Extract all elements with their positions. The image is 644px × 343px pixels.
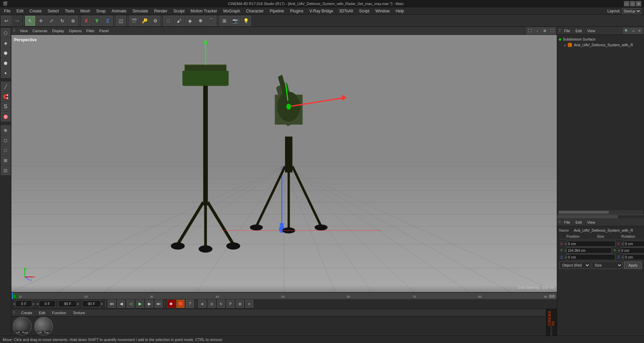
- go-start-button[interactable]: ⏮: [108, 300, 116, 308]
- menu-create[interactable]: Create: [27, 8, 44, 14]
- prev-frame-button[interactable]: ◀: [117, 300, 125, 308]
- pos-z-input[interactable]: [567, 254, 615, 260]
- polygon-button[interactable]: ◈: [1, 38, 10, 48]
- layout-dropdown[interactable]: Startup: [622, 8, 641, 14]
- object-manager-button[interactable]: ⬡: [1, 28, 10, 38]
- menu-help[interactable]: Help: [393, 8, 407, 14]
- reverse-play-button[interactable]: ◁: [126, 300, 135, 308]
- vp-layout-icon[interactable]: ⊞: [541, 27, 548, 34]
- size-y-input[interactable]: [620, 247, 644, 253]
- minimize-button[interactable]: —: [624, 1, 629, 6]
- scene-item-subdivision[interactable]: ◆ Subdivision Surface: [558, 36, 643, 42]
- menu-script[interactable]: Script: [356, 8, 372, 14]
- size-z-input[interactable]: [624, 254, 644, 260]
- light-button[interactable]: 💡: [241, 16, 251, 26]
- undo-button[interactable]: ↩: [1, 16, 11, 26]
- scene-scrollbar[interactable]: [558, 211, 643, 214]
- rp-menu-edit[interactable]: Edit: [574, 28, 584, 34]
- pos-x-input[interactable]: [567, 241, 615, 247]
- coord-mode-select[interactable]: Object (Rel) World: [559, 262, 590, 269]
- motion-btn5[interactable]: ⊞: [236, 300, 244, 308]
- x-axis-button[interactable]: X: [81, 16, 91, 26]
- menu-file[interactable]: File: [1, 8, 13, 14]
- material-thumb-2[interactable]: VR_Trac: [34, 317, 53, 336]
- size-z-dec[interactable]: ◂: [622, 255, 623, 259]
- rp-close-button[interactable]: ✕: [637, 28, 643, 34]
- maximize-button[interactable]: □: [630, 1, 635, 6]
- scale-tool-button[interactable]: ⤢: [47, 16, 57, 26]
- current-frame-input[interactable]: [15, 300, 32, 307]
- vp-move-icon[interactable]: ⛶: [527, 27, 533, 34]
- pos-z-dec[interactable]: ◂: [565, 255, 566, 259]
- vp-menu-view[interactable]: View: [18, 28, 30, 34]
- redo-button[interactable]: ↪: [12, 16, 22, 26]
- perspective-button[interactable]: □: [163, 16, 173, 26]
- y-axis-button[interactable]: Y: [92, 16, 102, 26]
- curve-button[interactable]: ⌒: [206, 16, 216, 26]
- mat-menu-create[interactable]: Create: [19, 310, 34, 316]
- magnet-button[interactable]: 🧲: [1, 92, 10, 101]
- close-button[interactable]: ✕: [636, 1, 641, 6]
- rp-filter-button[interactable]: ◁: [630, 28, 636, 34]
- motion-btn4[interactable]: P: [226, 300, 234, 308]
- edge-button[interactable]: ⬢: [1, 48, 10, 58]
- menu-select[interactable]: Select: [45, 8, 61, 14]
- vp-fullscreen-icon[interactable]: ⛶: [549, 27, 555, 34]
- anim-settings-button[interactable]: ⚙: [150, 16, 160, 26]
- menu-animate[interactable]: Animate: [109, 8, 129, 14]
- soft-sel-button[interactable]: 🎯: [1, 112, 10, 121]
- pos-y-dec[interactable]: ◂: [565, 249, 566, 252]
- rp-menu-file[interactable]: File: [562, 28, 572, 34]
- mat-menu-edit[interactable]: Edit: [37, 310, 47, 316]
- z-axis-button[interactable]: Z: [103, 16, 113, 26]
- pos-x-dec[interactable]: ◂: [565, 242, 566, 245]
- scene-item-antiuav[interactable]: ↙ Anti_UAV_Defence_System_with_R: [558, 42, 643, 48]
- vp-menu-cameras[interactable]: Cameras: [31, 28, 50, 34]
- frame-inc-btn[interactable]: ▸: [33, 302, 35, 305]
- mat-menu-function[interactable]: Function: [50, 310, 68, 316]
- pos-y-input[interactable]: [567, 247, 612, 253]
- menu-3dtoall[interactable]: 3DToAll: [336, 8, 356, 14]
- size-mode-select[interactable]: Size Scale: [592, 262, 623, 269]
- apply-button[interactable]: Apply: [624, 262, 642, 269]
- frame-dec-btn[interactable]: ◂: [13, 302, 15, 305]
- attr-menu-file[interactable]: File: [562, 220, 572, 225]
- start-dec-btn[interactable]: ◂: [36, 302, 39, 305]
- line-tool-button[interactable]: ╱: [1, 82, 10, 91]
- render-region-button[interactable]: □: [1, 146, 10, 155]
- move-tool-button[interactable]: ✛: [36, 16, 46, 26]
- vp-down-icon[interactable]: ↓: [534, 27, 541, 34]
- component-button[interactable]: ❋: [196, 16, 206, 26]
- menu-tools[interactable]: Tools: [62, 8, 77, 14]
- camera-button[interactable]: 📷: [230, 16, 240, 26]
- motion-btn2[interactable]: ⊡: [208, 300, 216, 308]
- timeline-ruler[interactable]: 0 10 20 30 40 50 60 70 80 90 0 F: [11, 292, 557, 299]
- record-button[interactable]: ⏺: [167, 300, 175, 308]
- motion-btn6[interactable]: ≡: [245, 300, 253, 308]
- motion-btn1[interactable]: ⊕: [198, 300, 206, 308]
- next-frame-button[interactable]: ▶: [145, 300, 153, 308]
- anim-record-button[interactable]: 🎬: [129, 16, 139, 26]
- paint-button[interactable]: 🖌: [174, 16, 184, 26]
- menu-mograph[interactable]: MoGraph: [221, 8, 243, 14]
- vp-menu-display[interactable]: Display: [50, 28, 66, 34]
- snap-button[interactable]: ⊕: [1, 125, 10, 135]
- menu-window[interactable]: Window: [373, 8, 392, 14]
- menu-plugins[interactable]: Plugins: [287, 8, 306, 14]
- menu-render[interactable]: Render: [152, 8, 170, 14]
- point-button[interactable]: ⬟: [1, 58, 10, 68]
- menu-sculpt[interactable]: Sculpt: [171, 8, 187, 14]
- motion-btn3[interactable]: ↻: [217, 300, 225, 308]
- rp-search-button[interactable]: 🔍: [623, 28, 629, 34]
- menu-mesh[interactable]: Mesh: [77, 8, 93, 14]
- mat-menu-texture[interactable]: Texture: [71, 310, 87, 316]
- viewport[interactable]: Perspective Grid Spacing : 100 cm Y X Z: [11, 35, 557, 292]
- select-tool-button[interactable]: ↖: [25, 16, 35, 26]
- size-x-input[interactable]: [624, 241, 644, 247]
- menu-simulate[interactable]: Simulate: [130, 8, 151, 14]
- multi-btn1[interactable]: ⊞: [1, 156, 10, 165]
- object-tool-button[interactable]: ◫: [116, 16, 126, 26]
- vp-menu-filter[interactable]: Filter: [84, 28, 96, 34]
- transform-button[interactable]: ⊕: [68, 16, 78, 26]
- size-x-dec[interactable]: ◂: [622, 242, 623, 245]
